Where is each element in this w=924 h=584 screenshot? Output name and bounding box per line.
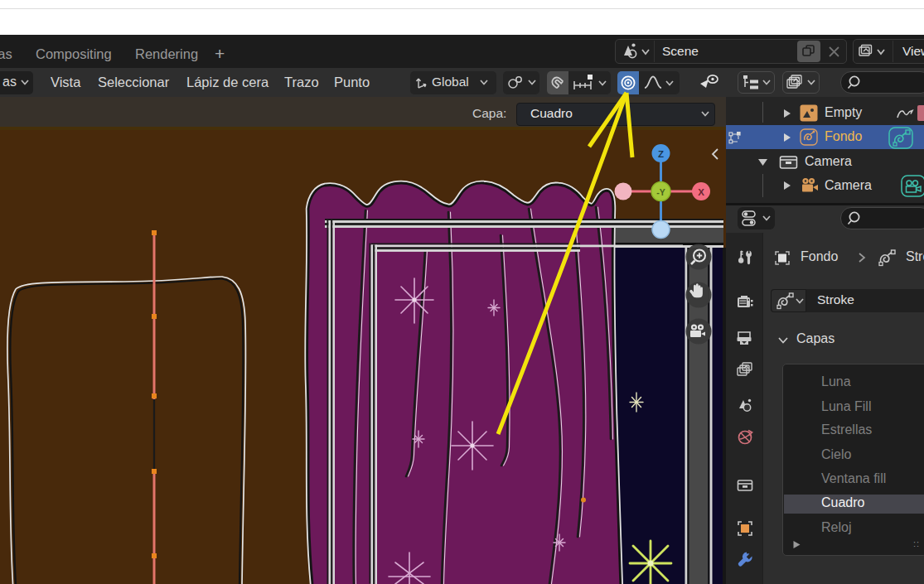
svg-text:Z: Z [658,149,664,159]
svg-text:-Y: -Y [656,187,665,197]
svg-text:X: X [698,187,704,197]
